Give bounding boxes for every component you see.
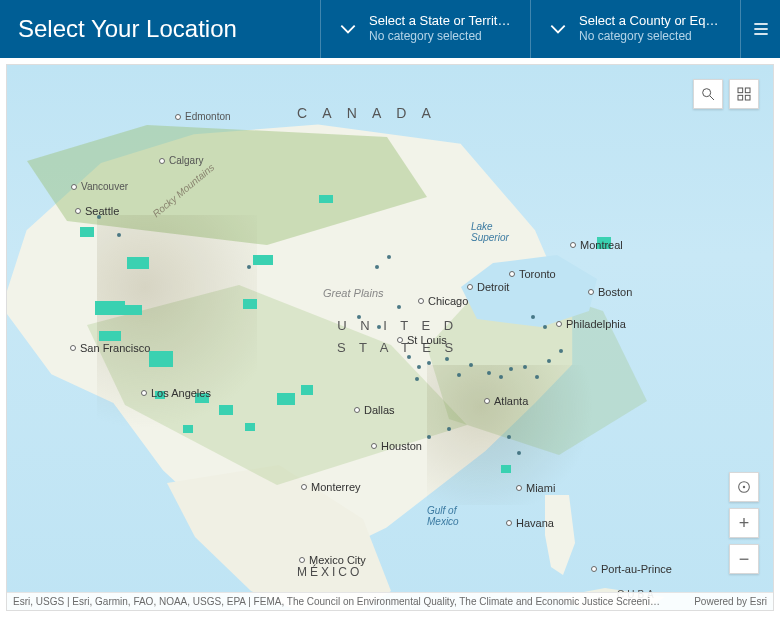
county-selector-text: Select a County or Equi… No category sel… xyxy=(579,13,724,44)
attribution-text: Esri, USGS | Esri, Garmin, FAO, NOAA, US… xyxy=(13,596,660,607)
point-feature[interactable] xyxy=(117,233,121,237)
map-container: C A N A D A U N I T E D S T A T E S MÉXI… xyxy=(0,58,780,617)
label-lake-superior: LakeSuperior xyxy=(471,221,509,243)
point-feature[interactable] xyxy=(457,373,461,377)
tribal-area[interactable] xyxy=(95,301,125,315)
header-bar: Select Your Location Select a State or T… xyxy=(0,0,780,58)
city-dot-icon xyxy=(75,208,81,214)
basemap-gallery-icon xyxy=(736,86,752,102)
point-feature[interactable] xyxy=(547,359,551,363)
svg-rect-8 xyxy=(745,95,750,100)
city-name: Seattle xyxy=(85,205,119,217)
tribal-area[interactable] xyxy=(245,423,255,431)
point-feature[interactable] xyxy=(517,451,521,455)
city-name: Miami xyxy=(526,482,555,494)
tribal-area[interactable] xyxy=(319,195,333,203)
city-dot-icon xyxy=(588,289,594,295)
tribal-area[interactable] xyxy=(122,305,142,315)
menu-button[interactable] xyxy=(740,0,780,58)
point-feature[interactable] xyxy=(427,435,431,439)
point-feature[interactable] xyxy=(469,363,473,367)
city-name: Mexico City xyxy=(309,554,366,566)
label-gulf-of-mexico: Gulf ofMexico xyxy=(427,505,459,527)
city-calgary: Calgary xyxy=(159,155,203,166)
point-feature[interactable] xyxy=(375,265,379,269)
city-dot-icon xyxy=(509,271,515,277)
map-canvas[interactable]: C A N A D A U N I T E D S T A T E S MÉXI… xyxy=(6,64,774,611)
svg-rect-7 xyxy=(738,95,743,100)
point-feature[interactable] xyxy=(427,361,431,365)
tribal-area[interactable] xyxy=(149,351,173,367)
city-philadelphia: Philadelphia xyxy=(556,318,626,330)
point-feature[interactable] xyxy=(499,375,503,379)
city-boston: Boston xyxy=(588,286,632,298)
zoom-in-button[interactable]: + xyxy=(729,508,759,538)
tribal-area[interactable] xyxy=(183,425,193,433)
tribal-area[interactable] xyxy=(301,385,313,395)
tribal-area[interactable] xyxy=(253,255,273,265)
tribal-area[interactable] xyxy=(243,299,257,309)
basemap-gallery-button[interactable] xyxy=(729,79,759,109)
label-great-plains: Great Plains xyxy=(323,287,384,299)
city-dot-icon xyxy=(371,443,377,449)
powered-by-esri[interactable]: Powered by Esri xyxy=(694,596,767,607)
city-los-angeles: Los Angeles xyxy=(141,387,211,399)
city-name: Dallas xyxy=(364,404,395,416)
county-selector-sub: No category selected xyxy=(579,29,724,45)
point-feature[interactable] xyxy=(531,315,535,319)
county-selector-label: Select a County or Equi… xyxy=(579,13,724,29)
city-dot-icon xyxy=(159,158,165,164)
point-feature[interactable] xyxy=(535,375,539,379)
point-feature[interactable] xyxy=(397,305,401,309)
tribal-area[interactable] xyxy=(127,257,149,269)
city-name: St Louis xyxy=(407,334,447,346)
point-feature[interactable] xyxy=(415,377,419,381)
tribal-area[interactable] xyxy=(501,465,511,473)
city-dot-icon xyxy=(484,398,490,404)
city-seattle: Seattle xyxy=(75,205,119,217)
svg-point-10 xyxy=(743,486,744,487)
city-name: Toronto xyxy=(519,268,556,280)
zoom-out-button[interactable]: − xyxy=(729,544,759,574)
county-selector[interactable]: Select a County or Equi… No category sel… xyxy=(530,0,740,58)
tribal-area[interactable] xyxy=(277,393,295,405)
label-mexico: MÉXICO xyxy=(297,565,362,579)
point-feature[interactable] xyxy=(447,427,451,431)
city-dot-icon xyxy=(591,566,597,572)
city-dot-icon xyxy=(299,557,305,563)
point-feature[interactable] xyxy=(387,255,391,259)
point-feature[interactable] xyxy=(543,325,547,329)
city-houston: Houston xyxy=(371,440,422,452)
point-feature[interactable] xyxy=(559,349,563,353)
city-dot-icon xyxy=(570,242,576,248)
city-port-au-prince: Port-au-Prince xyxy=(591,563,672,575)
tribal-area[interactable] xyxy=(80,227,94,237)
city-dot-icon xyxy=(418,298,424,304)
city-dot-icon xyxy=(141,390,147,396)
point-feature[interactable] xyxy=(417,365,421,369)
state-selector-sub: No category selected xyxy=(369,29,514,45)
state-selector[interactable]: Select a State or Territory No category … xyxy=(320,0,530,58)
tribal-area[interactable] xyxy=(99,331,121,341)
city-dot-icon xyxy=(70,345,76,351)
city-name: Calgary xyxy=(169,155,203,166)
svg-point-3 xyxy=(703,89,711,97)
city-name: San Francisco xyxy=(80,342,150,354)
point-feature[interactable] xyxy=(487,371,491,375)
city-detroit: Detroit xyxy=(467,281,509,293)
map-tool-row xyxy=(693,79,759,109)
city-name: Detroit xyxy=(477,281,509,293)
search-button[interactable] xyxy=(693,79,723,109)
locate-button[interactable] xyxy=(729,472,759,502)
point-feature[interactable] xyxy=(507,435,511,439)
point-feature[interactable] xyxy=(523,365,527,369)
point-feature[interactable] xyxy=(247,265,251,269)
city-name: Edmonton xyxy=(185,111,231,122)
city-miami: Miami xyxy=(516,482,555,494)
svg-line-4 xyxy=(710,96,714,100)
city-dot-icon xyxy=(516,485,522,491)
point-feature[interactable] xyxy=(509,367,513,371)
tribal-area[interactable] xyxy=(219,405,233,415)
state-selector-text: Select a State or Territory No category … xyxy=(369,13,514,44)
city-dot-icon xyxy=(71,184,77,190)
